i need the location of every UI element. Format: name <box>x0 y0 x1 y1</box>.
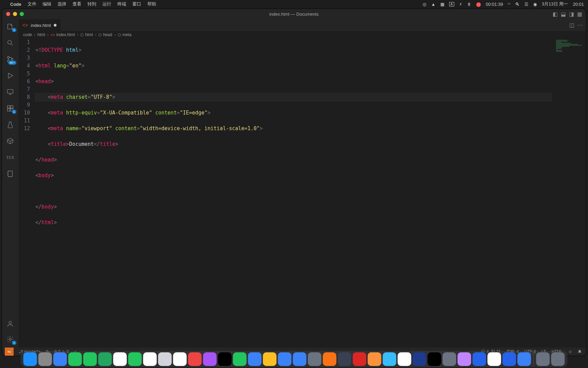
testing-icon[interactable] <box>5 120 15 129</box>
wifi-icon[interactable]: ⌔ <box>508 2 510 7</box>
layout-sidebar-right-icon[interactable]: ◨ <box>568 10 575 18</box>
minimap[interactable] <box>552 39 586 348</box>
menu-window[interactable]: 窗口 <box>132 1 141 7</box>
dock-vscode-icon[interactable] <box>473 352 486 366</box>
source-control-icon[interactable]: 4K+ <box>5 55 15 64</box>
menu-run[interactable]: 运行 <box>102 1 111 7</box>
pause-icon[interactable]: ⏸ <box>467 2 471 7</box>
symbol-icon: ⬡ <box>118 33 121 37</box>
more-actions-icon[interactable]: ⋯ <box>577 22 583 28</box>
dock-reminders-icon[interactable] <box>173 352 187 366</box>
spotlight-icon[interactable]: 🔍︎ <box>515 2 520 7</box>
symbol-icon: ⬡ <box>98 33 102 37</box>
chevron-right-icon: › <box>34 32 35 37</box>
dock-music-icon[interactable] <box>188 352 202 366</box>
vlc-tray-icon[interactable]: ▲ <box>431 2 436 7</box>
dock-finder-icon[interactable] <box>23 352 37 366</box>
dock-tv-icon[interactable] <box>218 352 232 366</box>
input-source-icon[interactable]: A <box>449 2 454 6</box>
dock-trash-icon[interactable] <box>551 352 565 366</box>
time-label[interactable]: 20:01 <box>573 2 584 7</box>
dock-vscode2-icon[interactable] <box>458 352 471 366</box>
remote-explorer-icon[interactable] <box>5 87 15 97</box>
code-content[interactable]: <!DOCTYPE html> <html lang="en"> <head> … <box>35 39 586 348</box>
dock-keynote-icon[interactable] <box>248 352 262 366</box>
dock-word-icon[interactable] <box>503 352 516 366</box>
layout-grid-icon[interactable]: ▦ <box>576 10 583 18</box>
explorer-icon[interactable]: 1 <box>5 22 15 31</box>
layout-panel-icon[interactable]: ⬓ <box>559 10 567 18</box>
crumb-code: code <box>23 32 32 37</box>
dock-vlc-icon[interactable] <box>323 352 337 366</box>
extensions-badge: 1 <box>12 110 16 114</box>
record-icon[interactable]: ⬤ <box>476 2 481 7</box>
layout-sidebar-left-icon[interactable]: ◧ <box>551 10 559 18</box>
menu-go[interactable]: 转到 <box>87 1 96 7</box>
dock-wechat-icon[interactable] <box>83 352 97 366</box>
siri-icon[interactable]: ◎ <box>423 2 426 7</box>
crumb-head: ⬡head <box>98 32 112 37</box>
dock-facetime-icon[interactable] <box>128 352 142 366</box>
code-editor[interactable]: 1 2 3 4 5 6 7 8 9 10 11 12 <!DOCTYPE htm… <box>18 39 586 348</box>
minimize-button[interactable] <box>13 12 17 16</box>
feedback-icon[interactable]: ☺ <box>568 349 572 354</box>
html-file-icon: <> <box>51 33 55 37</box>
control-center-icon[interactable]: ☰ <box>524 2 528 7</box>
maximize-button[interactable] <box>20 12 24 16</box>
menu-terminal[interactable]: 终端 <box>117 1 126 7</box>
tab-index-html[interactable]: <> index.html <box>18 19 61 31</box>
date-label[interactable]: 3月13日 周一 <box>542 1 568 7</box>
dock-telegram-icon[interactable] <box>383 352 396 366</box>
dock-mail-icon[interactable] <box>53 352 67 366</box>
dock-terminal-icon[interactable] <box>428 352 441 366</box>
dock-messages-icon[interactable] <box>68 352 82 366</box>
settings-icon[interactable]: 1 <box>5 335 15 344</box>
dock-calendar-icon[interactable] <box>143 352 157 366</box>
debug-icon[interactable] <box>5 71 15 80</box>
menu-help[interactable]: 帮助 <box>147 1 156 7</box>
remote-button[interactable]: ⇋ <box>5 348 14 356</box>
tab-label: index.html <box>31 23 51 28</box>
dock-photos-icon[interactable] <box>113 352 127 366</box>
menu-selection[interactable]: 选择 <box>58 1 66 7</box>
chevron-right-icon: › <box>47 32 49 37</box>
dock-finder2-icon[interactable] <box>518 352 531 366</box>
dock-podcasts-icon[interactable] <box>203 352 217 366</box>
dock-misc-icon[interactable] <box>443 352 456 366</box>
svg-point-10 <box>9 321 11 324</box>
account-icon[interactable] <box>5 319 15 328</box>
dock-numbers-icon[interactable] <box>233 352 247 366</box>
user-icon[interactable]: ◉ <box>533 2 537 7</box>
dock-safari-icon[interactable] <box>293 352 307 366</box>
dock-notes-icon[interactable] <box>263 352 277 366</box>
split-editor-icon[interactable]: ◫ <box>569 22 574 28</box>
calendar-tray-icon[interactable]: ▦ <box>440 2 444 7</box>
notebook-icon[interactable] <box>5 169 15 179</box>
menu-file[interactable]: 文件 <box>28 1 36 7</box>
dock-settings-icon[interactable] <box>308 352 322 366</box>
svg-rect-6 <box>11 106 13 108</box>
battery-icon[interactable]: ⚡︎ <box>459 2 462 7</box>
dock-acrobat-icon[interactable] <box>353 352 366 366</box>
menu-view[interactable]: 查看 <box>72 1 81 7</box>
notifications-icon[interactable]: 🔔︎ <box>578 349 582 354</box>
close-button[interactable] <box>6 12 10 16</box>
package-icon[interactable] <box>5 136 15 146</box>
dock-contacts-icon[interactable] <box>158 352 172 366</box>
dock-downloads-icon[interactable] <box>536 352 550 366</box>
menu-edit[interactable]: 编辑 <box>43 1 51 7</box>
app-name[interactable]: Code <box>10 2 21 7</box>
tex-icon[interactable]: TEX <box>5 153 15 162</box>
crumb-meta: ⬡meta <box>118 32 132 37</box>
extensions-icon[interactable]: 1 <box>5 104 15 113</box>
dock-launchpad-icon[interactable] <box>38 352 52 366</box>
dock-photoshop-icon[interactable] <box>413 352 426 366</box>
dock-chrome-icon[interactable] <box>488 352 501 366</box>
dock-maps-icon[interactable] <box>98 352 112 366</box>
dock-tex-icon[interactable] <box>398 352 411 366</box>
dock-balance-icon[interactable] <box>338 352 352 366</box>
search-icon[interactable] <box>5 38 15 48</box>
dock-appstore-icon[interactable] <box>278 352 292 366</box>
breadcrumb[interactable]: code › html › <>index.html › ⬡html › ⬡he… <box>18 31 586 39</box>
dock-books-icon[interactable] <box>368 352 381 366</box>
